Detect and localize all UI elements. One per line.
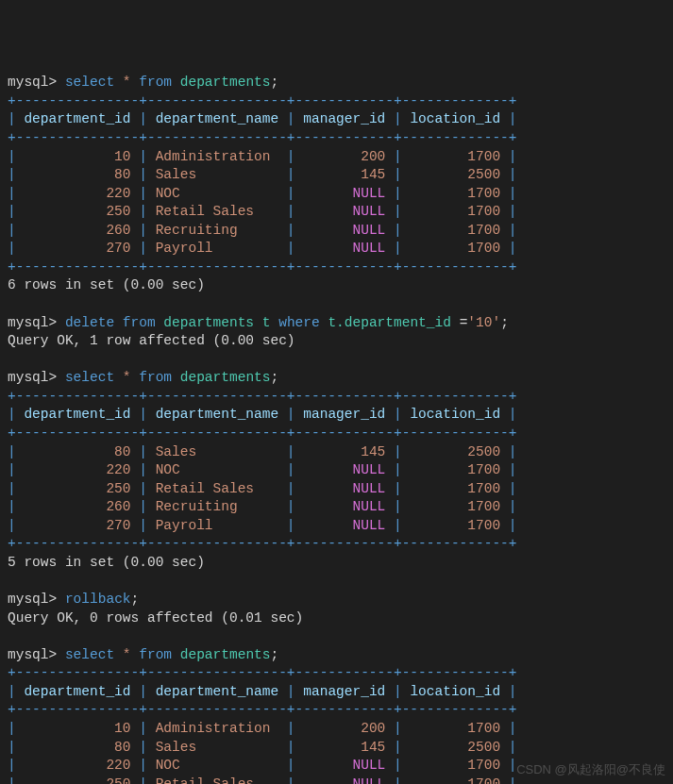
table-border: +---------------+-----------------+-----…: [8, 665, 517, 680]
table-border: +---------------+-----------------+-----…: [8, 425, 517, 441]
star: *: [123, 75, 131, 90]
prompt: mysql>: [8, 75, 65, 90]
table-name: departments: [180, 75, 271, 90]
table-name: departments: [163, 315, 254, 330]
col-header: manager_id: [303, 111, 385, 126]
col-header: department_id: [24, 684, 130, 699]
kw-from: from: [139, 75, 172, 90]
col-header: location_id: [410, 407, 500, 422]
prompt: mysql>: [8, 592, 65, 607]
col-header: department_name: [156, 684, 279, 699]
table-border: +---------------+-----------------+-----…: [8, 259, 517, 275]
table-border: +---------------+-----------------+-----…: [8, 702, 517, 717]
table-rows-3: | 10 | Administration | 200 | 1700 | | 8…: [8, 721, 517, 784]
kw-delete: delete: [65, 315, 114, 330]
cond-val: '10': [467, 315, 500, 330]
cond-col: t.department_id: [328, 315, 451, 330]
kw-rollback: rollback: [65, 592, 131, 607]
kw-select: select: [65, 647, 114, 662]
kw-from: from: [139, 370, 172, 385]
query-result: Query OK, 0 rows affected (0.01 sec): [8, 610, 303, 626]
kw-where: where: [278, 315, 320, 330]
kw-select: select: [65, 370, 114, 385]
semi: ;: [131, 592, 140, 607]
table-border: +---------------+-----------------+-----…: [8, 389, 517, 404]
row-count: 6 rows in set (0.00 sec): [8, 277, 205, 292]
query-result: Query OK, 1 row affected (0.00 sec): [8, 333, 295, 348]
col-header: manager_id: [303, 684, 385, 699]
alias: t: [262, 315, 271, 330]
kw-select: select: [65, 75, 114, 90]
table-name: departments: [180, 647, 271, 662]
kw-from: from: [139, 647, 172, 662]
table-border: +---------------+-----------------+-----…: [8, 130, 517, 145]
table-border: +---------------+-----------------+-----…: [8, 536, 517, 551]
semi: ;: [270, 370, 278, 385]
table-rows-1: | 10 | Administration | 200 | 1700 | | 8…: [8, 149, 517, 257]
col-header: department_name: [156, 407, 279, 422]
col-header: location_id: [410, 111, 500, 126]
star: *: [123, 370, 131, 385]
prompt: mysql>: [8, 315, 65, 330]
prompt: mysql>: [8, 370, 65, 385]
col-header: department_name: [156, 111, 279, 126]
terminal[interactable]: mysql> select * from departments; +-----…: [0, 74, 673, 784]
kw-from: from: [123, 315, 156, 330]
prompt: mysql>: [8, 647, 65, 662]
col-header: manager_id: [303, 407, 385, 422]
table-name: departments: [180, 370, 271, 385]
star: *: [123, 647, 131, 662]
table-rows-2: | 80 | Sales | 145 | 2500 | | 220 | NOC …: [8, 444, 517, 533]
semi: ;: [270, 647, 278, 662]
semi: ;: [500, 315, 509, 330]
col-header: department_id: [24, 407, 130, 422]
watermark: CSDN @风起洛阳@不良使: [516, 761, 665, 778]
col-header: department_id: [24, 111, 130, 126]
table-border: +---------------+-----------------+-----…: [8, 93, 517, 108]
col-header: location_id: [410, 684, 500, 699]
semi: ;: [270, 75, 278, 90]
row-count: 5 rows in set (0.00 sec): [8, 555, 205, 570]
